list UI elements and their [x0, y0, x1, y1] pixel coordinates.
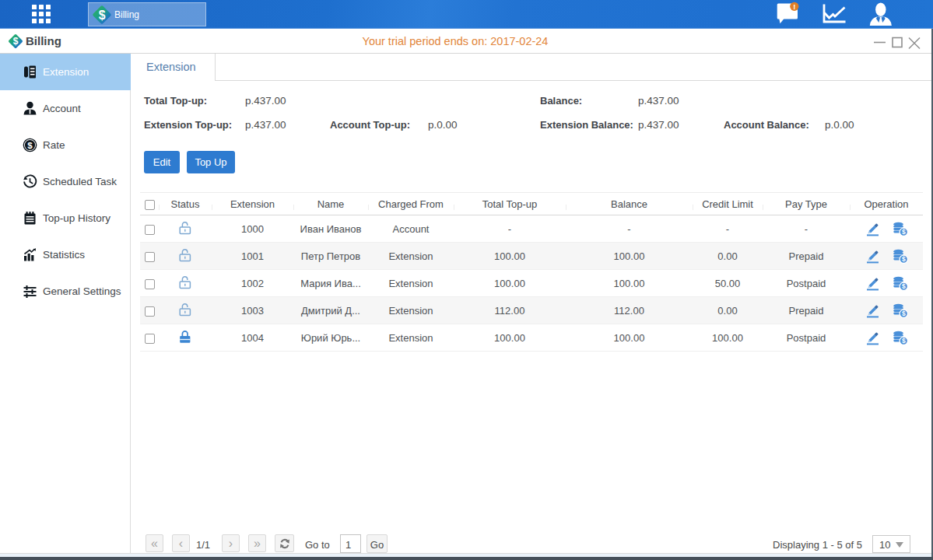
- svg-text:$: $: [901, 282, 905, 290]
- svg-text:!: !: [793, 2, 795, 11]
- svg-text:$: $: [99, 8, 106, 21]
- svg-text:$: $: [27, 141, 33, 150]
- svg-text:$: $: [901, 228, 905, 236]
- svg-text:$: $: [901, 255, 905, 263]
- svg-text:$: $: [901, 310, 905, 317]
- svg-text:$: $: [901, 337, 905, 345]
